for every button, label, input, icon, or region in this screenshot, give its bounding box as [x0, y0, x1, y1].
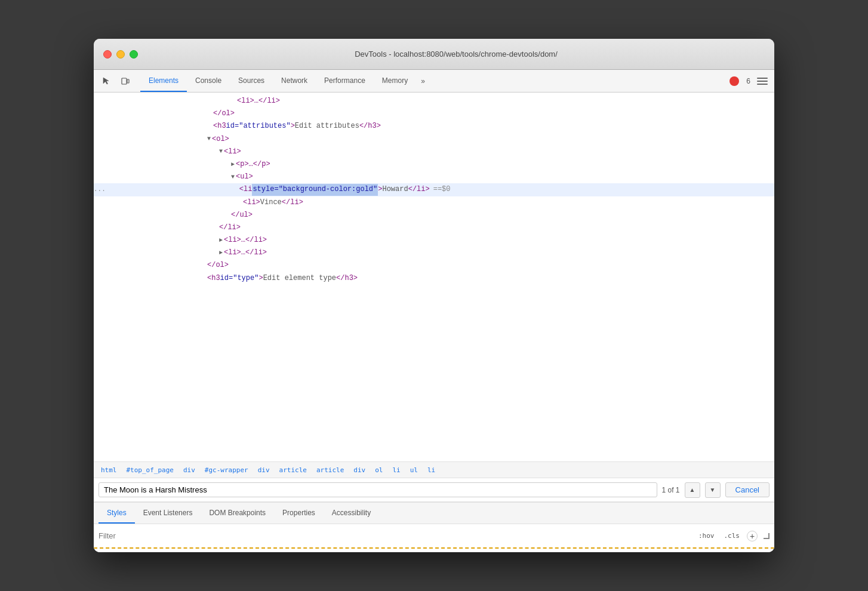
dom-line-ul-close: </ul> — [94, 209, 774, 221]
maximize-button[interactable] — [130, 50, 138, 59]
tab-elements[interactable]: Elements — [140, 70, 187, 92]
dashed-border-bottom — [94, 547, 774, 552]
dom-line-li-open: ▼ <li> — [94, 146, 774, 158]
dom-line-li-partial: <li>…</li> — [94, 95, 774, 107]
arrow-ol[interactable]: ▼ — [207, 134, 211, 144]
breadcrumb-div-3[interactable]: div — [351, 465, 368, 475]
breadcrumb-gc-wrapper[interactable]: #gc-wrapper — [202, 465, 251, 475]
filter-bar: :hov .cls + — [94, 524, 774, 547]
breadcrumb-li-2[interactable]: li — [425, 465, 438, 475]
bottom-tabs: Styles Event Listeners DOM Breakpoints P… — [94, 502, 774, 524]
breadcrumb-div-1[interactable]: div — [181, 465, 198, 475]
select-element-icon[interactable] — [99, 73, 114, 89]
filter-actions: :hov .cls + — [696, 531, 769, 541]
breadcrumb-html[interactable]: html — [99, 465, 119, 475]
menu-dot-1 — [757, 78, 768, 79]
filter-input[interactable] — [99, 531, 691, 540]
search-input[interactable] — [99, 482, 657, 497]
breadcrumb-ul[interactable]: ul — [408, 465, 420, 475]
device-toolbar-icon[interactable] — [118, 73, 133, 89]
dom-line-h3-type: <h3 id= "type" > Edit element type </h3> — [94, 272, 774, 285]
dom-panel[interactable]: <li>…</li> </ol> <h3 id= "attributes" > … — [94, 93, 774, 461]
breadcrumb-article-1[interactable]: article — [277, 465, 309, 475]
filter-hov-button[interactable]: :hov — [696, 531, 717, 541]
breadcrumb-article-2[interactable]: article — [314, 465, 346, 475]
tab-event-listeners[interactable]: Event Listeners — [135, 503, 201, 524]
tab-network[interactable]: Network — [273, 70, 316, 92]
more-tabs-button[interactable]: » — [416, 70, 430, 92]
breadcrumb-li-1[interactable]: li — [390, 465, 402, 475]
menu-dot-3 — [757, 84, 768, 85]
breadcrumb-ol[interactable]: ol — [373, 465, 385, 475]
filter-cls-button[interactable]: .cls — [722, 531, 743, 541]
breadcrumb-bar: html #top_of_page div #gc-wrapper div ar… — [94, 461, 774, 478]
dom-line-li-collapsed-1: ► <li>…</li> — [94, 234, 774, 247]
more-options-button[interactable] — [755, 74, 769, 88]
error-count: 6 — [746, 77, 750, 85]
tab-performance[interactable]: Performance — [316, 70, 374, 92]
arrow-li[interactable]: ▼ — [219, 147, 223, 156]
tab-memory[interactable]: Memory — [374, 70, 416, 92]
dom-line-ol-close: </ol> — [94, 107, 774, 120]
minimize-button[interactable] — [116, 50, 125, 59]
search-cancel-button[interactable]: Cancel — [725, 482, 769, 497]
main-content: <li>…</li> </ol> <h3 id= "attributes" > … — [94, 93, 774, 552]
tab-dom-breakpoints[interactable]: DOM Breakpoints — [201, 503, 274, 524]
window-title: DevTools - localhost:8080/web/tools/chro… — [147, 50, 765, 59]
tab-console[interactable]: Console — [187, 70, 230, 92]
dom-line-ol-close2: </ol> — [94, 259, 774, 272]
dom-line-li-vince: <li> Vince </li> — [94, 196, 774, 209]
menu-dot-2 — [757, 81, 768, 82]
close-button[interactable] — [103, 50, 112, 59]
traffic-lights — [103, 50, 138, 59]
toolbar-icons — [99, 70, 133, 92]
breadcrumb-div-2[interactable]: div — [256, 465, 272, 475]
svg-rect-1 — [127, 79, 129, 83]
breadcrumb-top-of-page[interactable]: #top_of_page — [124, 465, 176, 475]
dom-line-ul-open: ▼ <ul> — [94, 171, 774, 183]
dom-line-li-close: </li> — [94, 221, 774, 234]
title-bar: DevTools - localhost:8080/web/tools/chro… — [94, 39, 774, 70]
devtools-window: DevTools - localhost:8080/web/tools/chro… — [94, 39, 774, 552]
arrow-p[interactable]: ► — [231, 160, 235, 170]
tab-bar-right: 6 — [730, 70, 769, 92]
arrow-li-collapsed-1[interactable]: ► — [219, 236, 223, 245]
filter-resize-handle[interactable] — [764, 533, 769, 539]
filter-add-button[interactable]: + — [747, 531, 758, 541]
svg-rect-0 — [122, 78, 127, 84]
search-prev-button[interactable]: ▲ — [685, 482, 700, 498]
dom-line-li-highlighted[interactable]: ... <li style="background-color:gold" > … — [94, 183, 774, 196]
dom-line-h3-attributes: <h3 id= "attributes" > Edit attributes <… — [94, 120, 774, 133]
tab-properties[interactable]: Properties — [274, 503, 324, 524]
arrow-li-collapsed-2[interactable]: ► — [219, 248, 223, 258]
dom-line-li-collapsed-2: ► <li>…</li> — [94, 247, 774, 259]
dom-line-ol-open: ▼ <ol> — [94, 133, 774, 146]
tab-sources[interactable]: Sources — [230, 70, 273, 92]
tab-styles[interactable]: Styles — [99, 503, 135, 524]
tab-accessibility[interactable]: Accessibility — [324, 503, 379, 524]
search-bar: 1 of 1 ▲ ▼ Cancel — [94, 478, 774, 502]
tab-bar: Elements Console Sources Network Perform… — [94, 70, 774, 93]
error-badge — [730, 76, 739, 86]
arrow-ul[interactable]: ▼ — [231, 173, 235, 182]
search-next-button[interactable]: ▼ — [705, 482, 721, 498]
dom-line-p-inline: ► <p>…</p> — [94, 158, 774, 171]
search-count: 1 of 1 — [662, 486, 680, 494]
